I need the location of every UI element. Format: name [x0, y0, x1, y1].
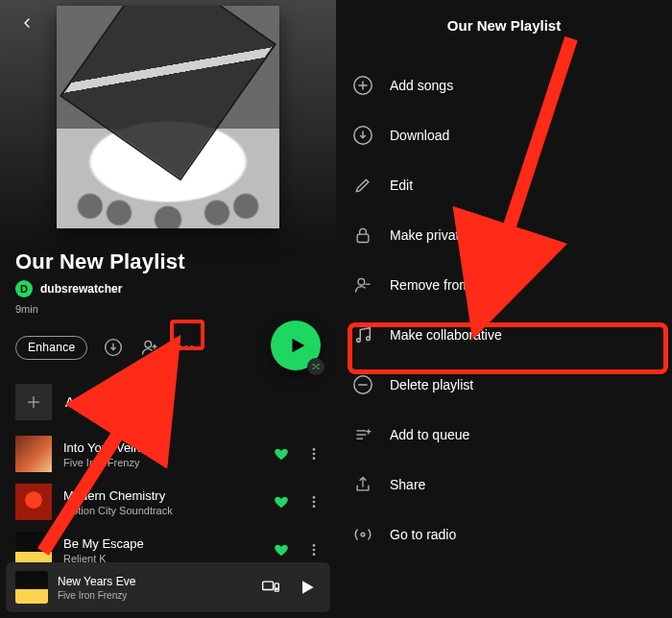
more-vertical-icon — [306, 542, 322, 558]
plus-tile — [15, 384, 52, 420]
shuffle-icon — [311, 362, 321, 371]
option-make-collaborative[interactable]: Make collaborative — [351, 310, 657, 360]
track-artist: Five Iron Frenzy — [63, 457, 259, 468]
avatar: D — [15, 280, 33, 297]
track-thumbnail — [15, 436, 52, 472]
track-title: Be My Escape — [63, 536, 259, 551]
heart-icon — [274, 542, 289, 558]
option-label: Make private — [390, 227, 467, 243]
option-share[interactable]: Share — [351, 460, 657, 510]
track-title: Into Your Veins — [63, 440, 259, 455]
minus-circle-icon — [352, 374, 373, 395]
add-songs-row[interactable]: Add songs — [0, 370, 336, 430]
svg-point-1 — [145, 341, 152, 347]
svg-point-13 — [313, 549, 316, 552]
svg-point-3 — [185, 345, 188, 348]
download-icon — [104, 338, 123, 357]
plus-circle-icon — [352, 75, 373, 96]
svg-point-6 — [313, 448, 316, 451]
more-options-button[interactable] — [176, 337, 197, 358]
option-label: Make collaborative — [390, 327, 502, 343]
back-button[interactable] — [13, 10, 40, 36]
now-playing-bar[interactable]: New Years Eve Five Iron Frenzy — [6, 562, 330, 612]
option-label: Add songs — [390, 78, 453, 93]
now-playing-thumbnail — [15, 571, 48, 604]
option-edit[interactable]: Edit — [351, 160, 657, 210]
track-more-button[interactable] — [303, 494, 324, 510]
track-row[interactable]: Into Your Veins Five Iron Frenzy — [0, 430, 336, 478]
option-label: Share — [390, 477, 425, 492]
add-songs-label: Add songs — [65, 394, 129, 410]
download-icon — [352, 125, 373, 146]
user-remove-icon — [353, 275, 372, 295]
option-remove-from-profile[interactable]: Remove from profile — [351, 260, 657, 310]
like-button[interactable] — [271, 542, 292, 558]
devices-icon — [261, 578, 280, 597]
svg-point-4 — [191, 345, 194, 348]
svg-point-8 — [313, 457, 316, 460]
option-add-songs[interactable]: Add songs — [351, 60, 657, 110]
playlist-duration: 9min — [0, 301, 336, 324]
option-label: Edit — [390, 178, 413, 193]
option-label: Remove from profile — [390, 277, 511, 293]
svg-point-22 — [358, 278, 365, 285]
lock-icon — [353, 226, 372, 245]
shuffle-button[interactable] — [307, 358, 324, 375]
plus-icon — [25, 393, 42, 411]
svg-point-23 — [357, 339, 361, 343]
svg-point-24 — [367, 337, 371, 341]
option-download[interactable]: Download — [351, 110, 657, 160]
playlist-title: Our New Playlist — [0, 228, 336, 280]
playlist-actions: Enhance — [0, 324, 336, 370]
play-icon — [287, 335, 308, 356]
like-button[interactable] — [271, 494, 292, 510]
now-playing-title: New Years Eve — [58, 575, 248, 588]
option-go-to-radio[interactable]: Go to radio — [351, 510, 657, 559]
option-add-to-queue[interactable]: Add to queue — [351, 410, 657, 460]
connect-devices-button[interactable] — [257, 578, 284, 597]
playlist-author: dubsrewatcher — [40, 282, 122, 296]
svg-rect-15 — [263, 582, 274, 589]
track-more-button[interactable] — [303, 542, 324, 558]
svg-point-7 — [313, 453, 316, 456]
more-vertical-icon — [306, 494, 322, 510]
option-delete-playlist[interactable]: Delete playlist — [351, 360, 657, 410]
track-title: Modern Chemistry — [63, 488, 259, 503]
more-horizontal-icon — [177, 338, 196, 357]
pencil-icon — [353, 176, 372, 195]
like-button[interactable] — [271, 446, 292, 462]
svg-point-2 — [180, 345, 182, 348]
svg-marker-18 — [302, 581, 314, 593]
track-more-button[interactable] — [303, 446, 324, 462]
now-playing-play-button[interactable] — [294, 578, 321, 597]
playlist-screen: Our New Playlist D dubsrewatcher 9min En… — [0, 0, 336, 618]
option-make-private[interactable]: Make private — [351, 210, 657, 260]
user-plus-icon — [140, 338, 159, 357]
svg-point-11 — [313, 505, 316, 508]
option-label: Add to queue — [390, 427, 469, 442]
chevron-left-icon — [19, 15, 35, 31]
svg-rect-21 — [357, 234, 369, 242]
track-row[interactable]: Modern Chemistry Motion City Soundtrack — [0, 478, 336, 526]
option-label: Go to radio — [390, 527, 456, 542]
heart-icon — [274, 494, 289, 510]
download-button[interactable] — [103, 337, 124, 358]
cover-art-container — [0, 0, 336, 228]
svg-point-26 — [361, 533, 365, 536]
enhance-button[interactable]: Enhance — [15, 336, 87, 360]
share-icon — [353, 475, 372, 494]
play-icon — [298, 578, 317, 597]
playlist-options-sheet: Our New Playlist Add songs Download Edit… — [336, 0, 672, 618]
svg-point-10 — [313, 501, 316, 504]
svg-point-14 — [313, 553, 316, 556]
track-artist: Motion City Soundtrack — [63, 505, 259, 516]
invite-collaborators-button[interactable] — [139, 337, 160, 358]
more-vertical-icon — [306, 446, 322, 462]
track-thumbnail — [15, 484, 52, 520]
radio-icon — [352, 524, 373, 545]
queue-icon — [353, 425, 372, 444]
cover-art[interactable] — [57, 6, 279, 228]
option-label: Delete playlist — [390, 377, 473, 392]
playlist-byline[interactable]: D dubsrewatcher — [0, 280, 336, 301]
svg-point-12 — [313, 544, 316, 547]
